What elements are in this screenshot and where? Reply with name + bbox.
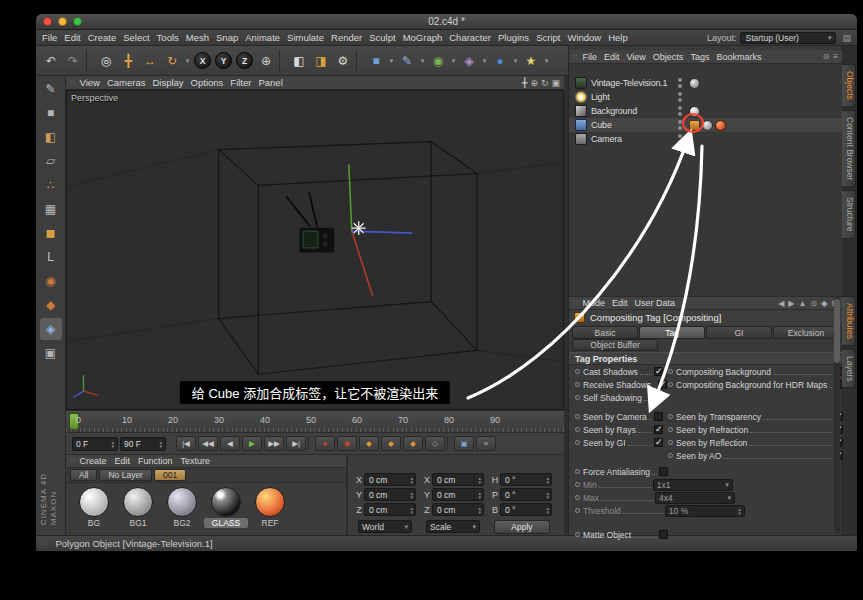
menu-item[interactable]: Window xyxy=(567,32,601,43)
generator-dropdown[interactable]: ▾ xyxy=(449,50,458,72)
deformer-button[interactable]: ◈ xyxy=(458,50,480,72)
menu-item[interactable]: Tools xyxy=(157,32,179,43)
interface-icon[interactable]: ▤ xyxy=(842,33,851,43)
spinner-icon[interactable]: ▴▾ xyxy=(111,440,114,448)
play-button[interactable]: ▶ xyxy=(242,436,262,451)
editor-visibility-dot[interactable] xyxy=(678,106,682,110)
viewport-solo-icon[interactable]: ▣ xyxy=(40,342,62,364)
rotation-field[interactable]: 0 °▴▾ xyxy=(500,503,552,516)
keyframe-dot-icon[interactable] xyxy=(668,440,673,445)
viewport-menu-item[interactable]: Cameras xyxy=(107,77,146,88)
object-manager-menu-item[interactable]: Tags xyxy=(690,52,709,62)
transport-separator[interactable] xyxy=(308,437,313,450)
locked-workplane-icon[interactable]: ◆ xyxy=(40,294,62,316)
viewport-menu-item[interactable]: View xyxy=(79,77,99,88)
timeline-ruler[interactable]: 0102030405060708090 xyxy=(66,410,564,432)
transport-separator[interactable] xyxy=(447,437,452,450)
object-name[interactable]: Camera xyxy=(591,134,675,144)
attribute-tab[interactable]: GI xyxy=(706,326,772,339)
keyframe-dot-icon[interactable] xyxy=(668,369,673,374)
rotate-view-icon[interactable]: ↻ xyxy=(541,78,549,88)
max-select[interactable]: 4x4▾ xyxy=(655,492,735,504)
editor-visibility-dot[interactable] xyxy=(678,92,682,96)
material-swatch[interactable]: BG1 xyxy=(116,485,160,528)
y-axis-lock-button[interactable]: Y xyxy=(215,52,232,69)
spinner-icon[interactable]: ▴▾ xyxy=(159,440,162,448)
size-field[interactable]: 0 cm▴▾ xyxy=(432,488,484,501)
compositing-tag-icon[interactable] xyxy=(689,120,700,131)
property-checkbox[interactable] xyxy=(654,425,663,434)
property-checkbox[interactable] xyxy=(659,530,668,539)
viewport-menu-item[interactable]: Panel xyxy=(258,77,282,88)
toolbar-separator[interactable] xyxy=(86,50,93,72)
property-checkbox[interactable] xyxy=(654,438,663,447)
texture-mode-icon[interactable]: ◧ xyxy=(40,126,62,148)
object-manager-menu-item[interactable]: Bookmarks xyxy=(716,52,761,62)
scale-tool-icon[interactable]: ↔ xyxy=(139,50,161,72)
property-checkbox[interactable] xyxy=(654,367,663,376)
menu-item[interactable]: Sculpt xyxy=(369,32,395,43)
attribute-tab[interactable]: Tag xyxy=(639,326,705,339)
side-tab[interactable]: Objects xyxy=(842,64,856,107)
minimize-window-button[interactable] xyxy=(58,17,67,26)
material-menu-item[interactable]: Function xyxy=(138,456,173,466)
titlebar[interactable]: 02.c4d * xyxy=(36,14,857,30)
solo-button[interactable]: ▣ xyxy=(454,436,474,451)
object-row-cube[interactable]: Cube xyxy=(569,118,842,132)
keyframe-dot-icon[interactable] xyxy=(575,482,580,487)
back-icon[interactable]: ◀ xyxy=(778,299,784,308)
apply-button[interactable]: Apply xyxy=(494,520,550,534)
panel-grip-icon[interactable]: ∷ xyxy=(70,79,74,87)
next-frame-button[interactable]: ▶▶ xyxy=(264,436,284,451)
material-menu-item[interactable]: Create xyxy=(79,456,106,466)
primitive-dropdown[interactable]: ▾ xyxy=(387,50,396,72)
keyframe-dot-icon[interactable] xyxy=(575,495,580,500)
render-view-button[interactable]: ◧ xyxy=(288,50,310,72)
spinner-icon[interactable]: ▴▾ xyxy=(410,506,413,514)
transform-mode-select[interactable]: Scale▾ xyxy=(426,520,480,533)
layer-tab[interactable]: 001 xyxy=(154,469,186,481)
make-editable-icon[interactable]: ✎ xyxy=(40,78,62,100)
search-icon[interactable]: ⊙ xyxy=(810,299,817,308)
coordinate-system-button[interactable]: ⊕ xyxy=(255,50,277,72)
start-frame-field[interactable]: 0 F ▴▾ xyxy=(72,437,118,451)
subdivision-surface-button[interactable]: ◉ xyxy=(427,50,449,72)
cube-wireframe[interactable] xyxy=(219,142,477,375)
viewport-menu-item[interactable]: Filter xyxy=(230,77,251,88)
deformer-dropdown[interactable]: ▾ xyxy=(480,50,489,72)
side-tab[interactable]: Content Browser xyxy=(842,110,856,187)
workplane-mode-icon[interactable]: ▱ xyxy=(40,150,62,172)
editor-visibility-dot[interactable] xyxy=(678,78,682,82)
zoom-window-button[interactable] xyxy=(73,17,82,26)
environment-button[interactable]: ● xyxy=(489,50,511,72)
pan-view-icon[interactable]: ╋ xyxy=(522,78,527,88)
up-icon[interactable]: ▲ xyxy=(799,299,807,308)
render-visibility-dot[interactable] xyxy=(678,84,682,88)
spinner-icon[interactable]: ▴▾ xyxy=(410,476,413,484)
zoom-view-icon[interactable]: ⊕ xyxy=(530,78,538,88)
om-search-icon[interactable]: ⊙ xyxy=(823,52,830,61)
object-row-background[interactable]: Background xyxy=(569,104,842,118)
material-tag-icon[interactable] xyxy=(689,106,700,117)
menu-item[interactable]: Simulate xyxy=(287,32,324,43)
tv-model[interactable] xyxy=(286,192,335,253)
z-axis-lock-button[interactable]: Z xyxy=(236,52,253,69)
attribute-menu-item[interactable]: Mode xyxy=(582,298,605,308)
enable-axis-icon[interactable]: L xyxy=(40,246,62,268)
environment-dropdown[interactable]: ▾ xyxy=(511,50,520,72)
keyframe-dot-icon[interactable] xyxy=(668,382,673,387)
spline-pen-button[interactable]: ✎ xyxy=(396,50,418,72)
rotation-field[interactable]: 0 °▴▾ xyxy=(500,488,552,501)
keyframe-dot-icon[interactable] xyxy=(575,369,580,374)
material-swatch[interactable]: REF xyxy=(248,485,292,528)
move-tool-icon[interactable]: ╋ xyxy=(117,50,139,72)
size-field[interactable]: 0 cm▴▾ xyxy=(432,473,484,486)
tool-history-dropdown[interactable]: ▾ xyxy=(183,50,192,72)
attribute-tab[interactable]: Basic xyxy=(572,326,638,339)
spinner-icon[interactable]: ▴▾ xyxy=(546,491,549,499)
light-button[interactable]: ★ xyxy=(520,50,542,72)
property-checkbox[interactable] xyxy=(654,393,663,402)
layer-tab[interactable]: No Layer xyxy=(99,469,152,481)
record-button[interactable]: ● xyxy=(315,436,335,451)
material-menu-item[interactable]: Texture xyxy=(181,456,211,466)
